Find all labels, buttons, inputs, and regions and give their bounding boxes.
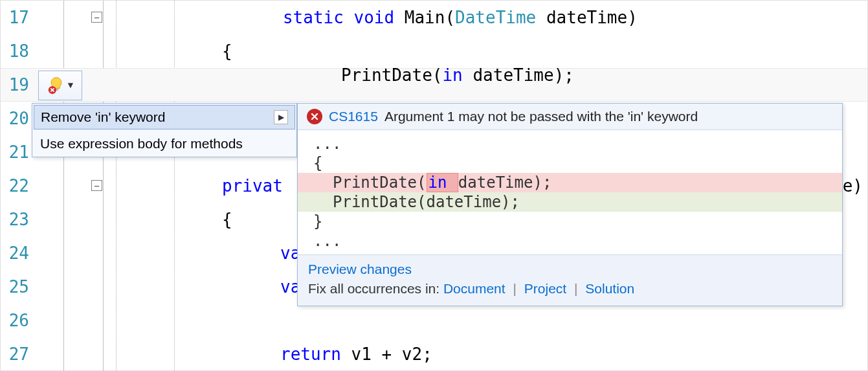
- action-use-expression-body[interactable]: Use expression body for methods: [32, 131, 296, 157]
- preview-changes-link[interactable]: Preview changes: [308, 262, 412, 276]
- diff-context: {: [298, 153, 842, 173]
- diff-preview: ... { PrintDate(in dateTime); PrintDate(…: [298, 130, 842, 254]
- keyword: void: [354, 8, 395, 27]
- line-number: 17: [1, 8, 34, 27]
- expression: v1 + v2;: [341, 344, 432, 364]
- line-number: 19: [1, 75, 34, 95]
- code-line[interactable]: 17 − static void Main(DateTime dateTime): [1, 1, 867, 34]
- code-line[interactable]: 26: [1, 304, 867, 337]
- chevron-down-icon: ▼: [68, 80, 73, 91]
- diff-context: ...: [298, 231, 842, 251]
- fix-scope-project-link[interactable]: Project: [524, 281, 566, 296]
- action-label: Remove 'in' keyword: [41, 109, 165, 125]
- quick-actions-menu: Remove 'in' keyword ▶ Use expression bod…: [32, 103, 297, 157]
- line-number: 25: [1, 277, 34, 297]
- line-number: 22: [1, 176, 34, 196]
- fix-preview-panel: CS1615 Argument 1 may not be passed with…: [297, 103, 843, 306]
- code-line-active[interactable]: 19 PrintDate(in dateTime);: [1, 68, 867, 102]
- keyword: in: [442, 65, 462, 85]
- diff-context: }: [298, 212, 842, 231]
- fix-scope-solution-link[interactable]: Solution: [585, 281, 634, 296]
- line-number: 20: [1, 109, 34, 128]
- fix-scope-label: Fix all occurrences in:: [308, 281, 443, 296]
- code-fragment: e): [843, 176, 863, 196]
- separator: |: [509, 281, 520, 296]
- line-number: 27: [1, 344, 34, 364]
- diff-added-line: PrintDate(dateTime);: [298, 192, 842, 212]
- submenu-chevron-icon: ▶: [274, 110, 288, 124]
- identifier: Main(: [394, 8, 455, 27]
- separator: |: [570, 281, 581, 296]
- diff-text: PrintDate(: [333, 174, 427, 192]
- error-code: CS1615: [329, 109, 378, 124]
- argument: dateTime);: [463, 65, 574, 85]
- lightbulb-quick-actions-button[interactable]: ▼: [38, 71, 82, 100]
- line-number: 18: [1, 41, 34, 61]
- diff-context: ...: [298, 134, 842, 153]
- preview-header: CS1615 Argument 1 may not be passed with…: [298, 104, 842, 130]
- brace: {: [222, 210, 232, 229]
- code-editor[interactable]: 17 − static void Main(DateTime dateTime)…: [0, 0, 868, 371]
- error-icon: [307, 109, 322, 124]
- keyword: static: [283, 8, 344, 27]
- keyword: return: [280, 344, 341, 364]
- diff-removed-token: in: [427, 173, 458, 192]
- line-number: 21: [1, 142, 34, 162]
- line-number: 23: [1, 210, 34, 229]
- code-line[interactable]: 27 return v1 + v2;: [1, 337, 867, 371]
- line-number: 26: [1, 311, 34, 330]
- diff-text: dateTime);: [458, 174, 552, 192]
- error-message: Argument 1 may not be passed with the 'i…: [384, 109, 698, 124]
- fold-toggle-icon[interactable]: −: [91, 180, 102, 191]
- type: DateTime: [455, 8, 536, 27]
- fold-toggle-icon[interactable]: −: [91, 12, 102, 23]
- call: PrintDate(: [341, 65, 443, 85]
- action-label: Use expression body for methods: [40, 136, 243, 152]
- keyword: privat: [222, 176, 283, 196]
- line-number: 24: [1, 243, 34, 263]
- lightbulb-error-icon: [47, 76, 65, 95]
- preview-footer: Preview changes Fix all occurrences in: …: [298, 254, 842, 306]
- diff-removed-line: PrintDate(in dateTime);: [298, 173, 842, 192]
- fix-scope-document-link[interactable]: Document: [443, 281, 506, 296]
- identifier: dateTime): [536, 8, 638, 27]
- action-remove-in-keyword[interactable]: Remove 'in' keyword ▶: [34, 105, 295, 129]
